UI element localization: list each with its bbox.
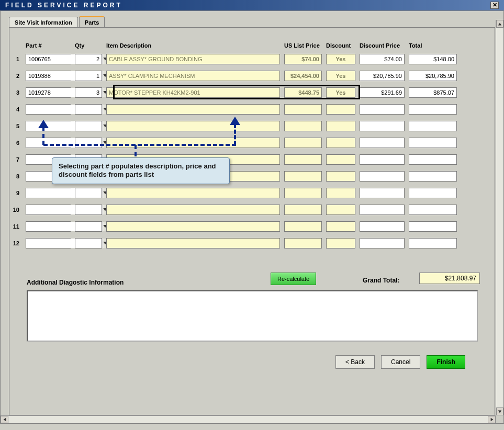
svg-marker-2 — [3, 418, 6, 421]
total-input[interactable] — [409, 138, 457, 148]
discount-price-input[interactable] — [360, 138, 405, 148]
qty-input[interactable] — [75, 205, 102, 215]
table-row: 9 — [12, 185, 473, 201]
scroll-left-icon[interactable] — [1, 416, 8, 423]
part-combo[interactable] — [26, 238, 71, 248]
row-number: 10 — [12, 207, 21, 213]
close-icon[interactable]: ✕ — [490, 2, 499, 9]
qty-input[interactable] — [75, 221, 102, 232]
qty-input[interactable] — [75, 121, 102, 131]
table-row: 2 ASSY* CLAMPING MECHANISM $24,454.00 Ye… — [12, 67, 473, 84]
discount-price-input[interactable] — [360, 205, 405, 215]
total-input[interactable] — [409, 205, 457, 215]
title-bar: FIELD SERVICE REPORT ✕ — [0, 0, 504, 10]
table-row: 12 — [12, 235, 473, 252]
parts-grid: Part # Qty Item Description US List Pric… — [12, 42, 473, 252]
finish-button[interactable]: Finish — [427, 355, 465, 369]
back-button[interactable]: < Back — [335, 355, 375, 369]
total-input[interactable] — [409, 87, 457, 98]
part-combo[interactable] — [26, 71, 71, 81]
scroll-right-icon[interactable] — [488, 416, 496, 423]
discount-field — [326, 205, 355, 215]
row-number: 5 — [12, 123, 21, 129]
recalculate-button[interactable]: Re-calculate — [271, 273, 316, 285]
tab-site-visit[interactable]: Site Visit Information — [9, 17, 78, 27]
hdr-disc: Discount — [326, 42, 355, 49]
total-input[interactable] — [409, 221, 457, 232]
description-field: CABLE ASSY* GROUND BONDING — [106, 54, 280, 64]
diagnostic-textarea[interactable] — [27, 290, 478, 342]
table-row: 4 — [12, 101, 473, 118]
discount-field — [326, 238, 355, 248]
part-combo[interactable] — [26, 104, 71, 115]
qty-input[interactable] — [75, 188, 102, 198]
vscroll-track[interactable] — [496, 28, 503, 408]
qty-input[interactable] — [75, 87, 102, 98]
discount-price-input[interactable] — [360, 104, 405, 115]
description-field — [106, 104, 280, 115]
total-input[interactable] — [409, 104, 457, 115]
description-field: MOTOR* STEPPER KH42KM2-901 — [106, 87, 280, 98]
discount-field — [326, 171, 355, 182]
horizontal-scrollbar[interactable] — [1, 415, 496, 423]
row-number: 9 — [12, 190, 21, 196]
discount-field — [326, 188, 355, 198]
dashed-line-h — [43, 144, 236, 146]
discount-price-input[interactable] — [360, 54, 405, 64]
tab-parts[interactable]: Parts — [79, 16, 105, 27]
hdr-discprice: Discount Price — [360, 42, 405, 49]
discount-price-input[interactable] — [360, 171, 405, 182]
part-combo[interactable] — [26, 138, 71, 148]
part-combo[interactable] — [26, 188, 71, 198]
qty-input[interactable] — [75, 138, 102, 148]
qty-input[interactable] — [75, 71, 102, 81]
cancel-button[interactable]: Cancel — [381, 355, 420, 369]
hdr-qty: Qty — [75, 42, 102, 49]
description-field — [106, 205, 280, 215]
description-field — [106, 238, 280, 248]
discount-price-input[interactable] — [360, 121, 405, 131]
total-input[interactable] — [409, 171, 457, 182]
row-number: 2 — [12, 73, 21, 79]
hdr-list: US List Price — [284, 42, 322, 49]
part-combo[interactable] — [26, 221, 71, 232]
arrow-up-2 — [230, 117, 240, 125]
total-input[interactable] — [409, 188, 457, 198]
discount-price-input[interactable] — [360, 221, 405, 232]
table-row: 1 CABLE ASSY* GROUND BONDING $74.00 Yes — [12, 51, 473, 67]
list-price-field — [284, 238, 322, 248]
discount-price-input[interactable] — [360, 87, 405, 98]
description-field: ASSY* CLAMPING MECHANISM — [106, 71, 280, 81]
total-input[interactable] — [409, 71, 457, 81]
list-price-field: $24,454.00 — [284, 71, 322, 81]
hdr-total: Total — [409, 42, 457, 49]
hdr-part: Part # — [26, 42, 71, 49]
list-price-field — [284, 121, 322, 131]
discount-price-input[interactable] — [360, 154, 405, 165]
table-row: 11 — [12, 218, 473, 235]
total-input[interactable] — [409, 154, 457, 165]
qty-input[interactable] — [75, 104, 102, 115]
qty-input[interactable] — [75, 54, 102, 64]
discount-price-input[interactable] — [360, 188, 405, 198]
total-input[interactable] — [409, 54, 457, 64]
part-combo[interactable] — [26, 205, 71, 215]
table-row: 6 — [12, 134, 473, 151]
discount-price-input[interactable] — [360, 238, 405, 248]
discount-price-input[interactable] — [360, 71, 405, 81]
row-number: 11 — [12, 223, 21, 230]
part-combo[interactable] — [26, 87, 71, 98]
scroll-down-icon[interactable] — [496, 408, 503, 415]
part-combo[interactable] — [26, 54, 71, 64]
qty-input[interactable] — [75, 238, 102, 248]
row-number: 1 — [12, 56, 21, 62]
vertical-scrollbar[interactable] — [496, 20, 503, 415]
total-input[interactable] — [409, 121, 457, 131]
scroll-up-icon[interactable] — [496, 20, 503, 28]
table-row: 3 MOTOR* STEPPER KH42KM2-901 $448.75 Yes — [12, 84, 473, 101]
discount-field: Yes — [326, 54, 355, 64]
dashed-line-v3 — [135, 145, 137, 156]
discount-field — [326, 104, 355, 115]
total-input[interactable] — [409, 238, 457, 248]
description-field — [106, 221, 280, 232]
